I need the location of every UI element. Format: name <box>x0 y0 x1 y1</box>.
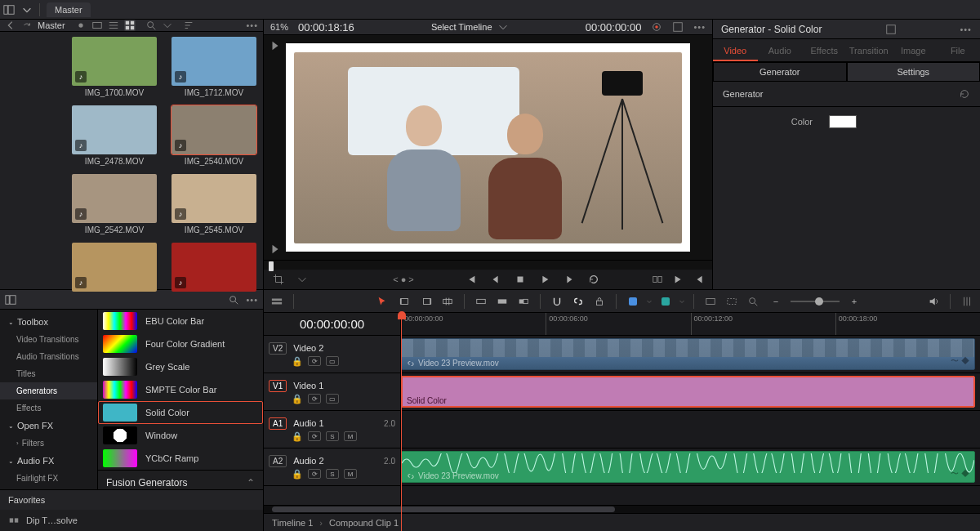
trim-end-icon[interactable] <box>418 293 434 310</box>
mixer-icon[interactable] <box>959 293 975 310</box>
search-icon[interactable] <box>145 20 157 31</box>
chevron-down-icon[interactable] <box>162 20 173 31</box>
snap-icon[interactable] <box>549 293 565 310</box>
mute-button[interactable]: M <box>344 469 357 479</box>
mark-in-icon[interactable] <box>270 40 281 51</box>
media-clip[interactable]: ♪IMG_2478.MOV <box>69 105 160 166</box>
crop-icon[interactable] <box>270 271 287 288</box>
fx-tree-node[interactable]: ⌄ Audio FX <box>0 452 97 470</box>
solo-button[interactable]: S <box>326 469 339 479</box>
zoom-slider[interactable] <box>791 301 840 302</box>
chevron-down-icon[interactable] <box>497 21 509 33</box>
fx-item[interactable]: Window <box>98 424 263 447</box>
inspector-tab-image[interactable]: Image <box>891 39 936 61</box>
track-toggle-icon[interactable]: ⟳ <box>308 394 321 404</box>
lock-icon[interactable]: 🔒 <box>292 394 303 404</box>
lock-icon[interactable]: 🔒 <box>292 431 303 442</box>
layout-icon[interactable] <box>5 294 16 306</box>
fx-tree-node[interactable]: ⌄ Open FX <box>0 417 97 435</box>
timeline-hscrollbar[interactable] <box>264 505 980 513</box>
media-clip[interactable]: ♪IMG_2540.MOV <box>168 105 260 166</box>
prev-edit-icon[interactable] <box>694 274 706 285</box>
fx-tree-node[interactable]: Fairlight FX <box>0 470 97 487</box>
more-icon[interactable]: ••• <box>246 20 258 30</box>
chevron-down-icon[interactable] <box>679 298 685 305</box>
auto-select-icon[interactable]: ▭ <box>326 356 339 366</box>
inspector-tab-transition[interactable]: Transition <box>847 39 892 61</box>
fx-tree-node[interactable]: Audio Transitions <box>0 348 97 365</box>
selection-tool-icon[interactable] <box>374 293 390 310</box>
fx-item[interactable]: Grey Scale <box>98 355 263 378</box>
viewer-canvas[interactable] <box>264 35 712 260</box>
track-lanes[interactable]: Video 23 Preview.mov 〜 ◆ Solid Color <box>401 336 980 505</box>
back-icon[interactable] <box>5 20 16 31</box>
search-icon[interactable] <box>228 294 239 306</box>
track-toggle-icon[interactable]: ⟳ <box>308 469 321 479</box>
more-icon[interactable]: ••• <box>693 22 706 32</box>
crumb[interactable]: Compound Clip 1 <box>329 518 399 528</box>
track-header[interactable]: A1 Audio 1 2.0 🔒 ⟳ SM <box>264 411 400 448</box>
insert-icon[interactable] <box>473 293 489 310</box>
range-b-icon[interactable] <box>724 293 740 310</box>
media-clip[interactable]: ♪IMG_2545.MOV <box>168 174 260 234</box>
mute-button[interactable]: M <box>344 431 357 441</box>
blade-tool-icon[interactable] <box>439 293 456 310</box>
lock-icon[interactable]: 🔒 <box>292 356 303 367</box>
chevron-down-icon[interactable] <box>646 298 653 305</box>
timeline-view-icon[interactable] <box>269 293 285 310</box>
chevron-down-icon[interactable] <box>18 1 36 19</box>
more-icon[interactable]: ••• <box>960 25 972 34</box>
clip-v2[interactable]: Video 23 Preview.mov 〜 ◆ <box>401 338 975 370</box>
zoom-range-icon[interactable] <box>745 293 761 310</box>
inspector-tab-video[interactable]: Video <box>713 39 758 61</box>
lock-icon[interactable] <box>591 293 608 310</box>
flag-icon[interactable] <box>625 293 641 310</box>
zoom-in-icon[interactable]: + <box>846 293 862 310</box>
track-tag[interactable]: V1 <box>269 380 287 392</box>
fx-tree-node[interactable]: Video Transitions <box>0 331 97 348</box>
viewer-title[interactable]: Select Timeline <box>431 22 492 32</box>
list-view-icon[interactable] <box>108 20 119 31</box>
layout-icon[interactable] <box>0 1 18 19</box>
trim-start-icon[interactable] <box>397 293 413 310</box>
step-back-icon[interactable] <box>490 274 501 285</box>
track-toggle-icon[interactable]: ⟳ <box>308 356 321 366</box>
fx-item[interactable]: YCbCr Ramp <box>98 447 263 470</box>
media-clip[interactable]: ♪IMG_1700.MOV <box>69 37 160 97</box>
volume-icon[interactable] <box>925 293 942 310</box>
color-swatch[interactable] <box>829 115 857 128</box>
stop-icon[interactable] <box>514 274 526 285</box>
play-icon[interactable] <box>539 274 550 285</box>
mark-out-icon[interactable] <box>270 243 281 255</box>
track-header[interactable]: V1 Video 1 🔒 ⟳ ▭ <box>264 373 400 411</box>
track-tag[interactable]: A1 <box>269 417 287 430</box>
track-tag[interactable]: A2 <box>269 455 287 467</box>
zoom-out-icon[interactable]: − <box>768 293 784 310</box>
thumb-view-icon[interactable] <box>124 20 136 31</box>
track-toggle-icon[interactable]: ⟳ <box>308 431 321 441</box>
clip-a2[interactable]: Video 23 Preview.mov 〜 ◆ <box>401 451 975 483</box>
range-a-icon[interactable] <box>702 293 719 310</box>
favorite-item[interactable]: Dip T…solve <box>0 510 263 531</box>
record-dot-icon[interactable] <box>75 20 87 31</box>
chevron-down-icon[interactable] <box>296 274 308 285</box>
mark-io-icon[interactable]: < ● > <box>393 274 414 284</box>
overwrite-icon[interactable] <box>494 293 510 310</box>
auto-select-icon[interactable]: ▭ <box>326 394 339 404</box>
inspector-subtab-settings[interactable]: Settings <box>847 62 981 82</box>
rewind-icon[interactable] <box>21 20 33 31</box>
inspector-tab-effects[interactable]: Effects <box>802 39 847 61</box>
crumb[interactable]: Timeline 1 <box>272 518 313 528</box>
fx-tree-node[interactable]: Generators <box>0 382 97 399</box>
fx-tree-node[interactable]: › Filters <box>0 435 97 452</box>
solo-button[interactable]: S <box>326 431 339 441</box>
timeline-ruler[interactable]: 00:00:00:0000:00:06:0000:00:12:0000:00:1… <box>401 313 980 335</box>
fx-item[interactable]: SMPTE Color Bar <box>98 378 263 401</box>
inspector-tab-file[interactable]: File <box>936 39 981 61</box>
inspector-tab-audio[interactable]: Audio <box>758 39 803 61</box>
link-icon[interactable] <box>570 293 586 310</box>
expand-icon[interactable] <box>885 24 897 35</box>
fx-tree-node[interactable]: Titles <box>0 365 97 382</box>
lock-icon[interactable]: 🔒 <box>292 469 303 480</box>
replace-icon[interactable] <box>515 293 532 310</box>
